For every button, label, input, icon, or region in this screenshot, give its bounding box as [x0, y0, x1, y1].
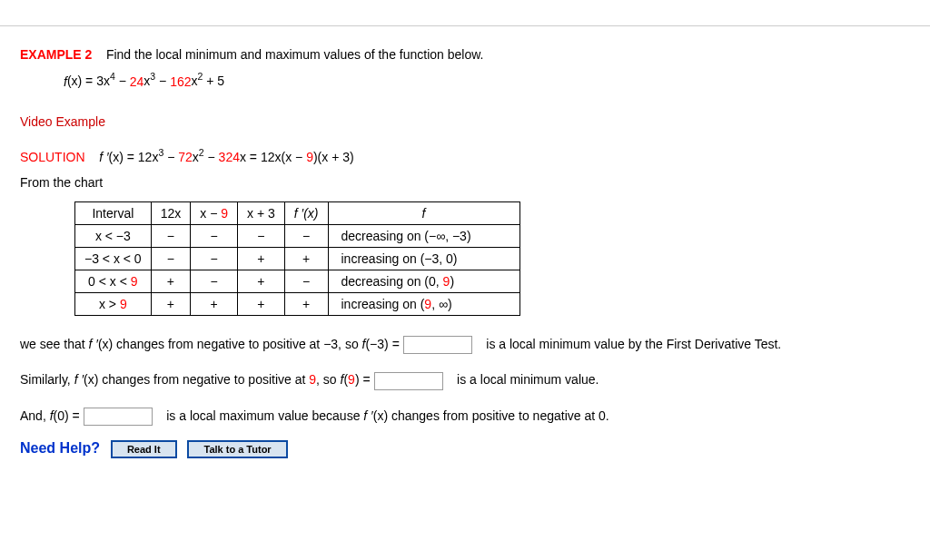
table-row: x > 9 + + + + increasing on (9, ∞): [75, 292, 520, 315]
fx-coef2: 24: [130, 74, 144, 88]
table-header-row: Interval 12x x − 9 x + 3 f ′(x) f: [75, 201, 520, 224]
conclusion-para-2: Similarly, f ′(x) changes from negative …: [20, 369, 910, 391]
need-help-label: Need Help?: [20, 440, 100, 456]
deriv-seg1: (x) = 12x3 −: [109, 150, 179, 164]
interval-3: 0 < x < 9: [75, 270, 152, 292]
question-container: EXAMPLE 2 Find the local minimum and max…: [0, 25, 930, 473]
talk-to-tutor-button[interactable]: Talk to a Tutor: [187, 440, 287, 458]
deriv-seg3: x: [240, 150, 246, 164]
solution-line: SOLUTION f ′(x) = 12x3 − 72x2 − 324x = 1…: [20, 145, 910, 168]
conclusion-para-1: we see that f ′(x) changes from negative…: [20, 334, 910, 356]
col-behavior: f: [328, 201, 519, 224]
answer-input-f9[interactable]: [374, 372, 443, 390]
deriv-fact-b: )(x + 3): [313, 150, 354, 164]
fx-part3: x2 + 5: [192, 74, 225, 88]
solution-label: SOLUTION: [20, 150, 85, 164]
interval-4: x > 9: [75, 292, 152, 315]
deriv-lead: f ′: [99, 150, 108, 164]
function-definition: f(x) = 3x4 − 24x3 − 162x2 + 5: [20, 70, 910, 93]
fx-part2: x3 −: [143, 74, 170, 88]
col-xm9: x − 9: [191, 201, 238, 224]
example-prompt: Find the local minimum and maximum value…: [106, 47, 484, 62]
deriv-fact-a: = 12x(x −: [246, 150, 306, 164]
answer-input-fneg3[interactable]: [403, 336, 472, 354]
col-12x: 12x: [151, 201, 191, 224]
answer-input-f0[interactable]: [84, 408, 153, 426]
col-interval: Interval: [75, 201, 152, 224]
table-row: 0 < x < 9 + − + − decreasing on (0, 9): [75, 270, 520, 292]
col-xp3: x + 3: [238, 201, 285, 224]
col-fprime: f ′(x): [284, 201, 328, 224]
deriv-c3: 324: [219, 150, 240, 164]
need-help-row: Need Help? Read It Talk to a Tutor: [20, 440, 910, 458]
read-it-button[interactable]: Read It: [111, 440, 177, 458]
behavior-3: decreasing on (0, 9): [328, 270, 519, 292]
fx-part1: (x) = 3x4 −: [67, 74, 130, 88]
conclusion-para-3: And, f(0) = is a local maximum value bec…: [20, 406, 910, 427]
behavior-2: increasing on (−3, 0): [328, 247, 519, 270]
example-heading: EXAMPLE 2 Find the local minimum and max…: [20, 44, 910, 66]
sign-chart-table: Interval 12x x − 9 x + 3 f ′(x) f x < −3…: [74, 201, 520, 316]
deriv-c2: 72: [178, 150, 193, 164]
deriv-root1: 9: [306, 150, 313, 164]
deriv-seg2: x2 −: [193, 150, 219, 164]
interval-1: x < −3: [75, 224, 152, 247]
interval-2: −3 < x < 0: [75, 247, 152, 270]
from-chart-text: From the chart: [20, 172, 910, 194]
behavior-1: decreasing on (−∞, −3): [328, 224, 519, 247]
table-row: −3 < x < 0 − − + + increasing on (−3, 0): [75, 247, 520, 270]
video-example-link[interactable]: Video Example: [20, 114, 105, 129]
table-row: x < −3 − − − − decreasing on (−∞, −3): [75, 224, 520, 247]
fx-coef3: 162: [170, 74, 191, 88]
behavior-4: increasing on (9, ∞): [328, 292, 519, 315]
example-label: EXAMPLE 2: [20, 47, 92, 62]
